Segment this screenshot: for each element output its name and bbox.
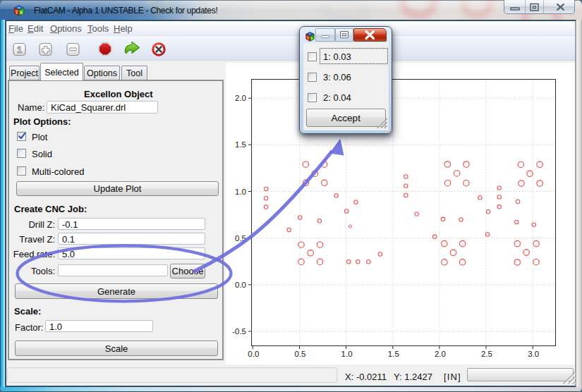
svg-text:1.0: 1.0 (341, 350, 353, 358)
svg-text:-0.5: -0.5 (232, 327, 246, 336)
svg-text:3.0: 3.0 (528, 350, 539, 358)
svg-text:1: 1 (17, 44, 22, 55)
svg-text:T: T (307, 36, 310, 40)
svg-text:2.5: 2.5 (481, 350, 492, 358)
svg-text:T: T (16, 10, 19, 15)
svg-text:1.0: 1.0 (235, 188, 246, 196)
svg-text:k: k (20, 10, 23, 15)
svg-text:0.0: 0.0 (235, 281, 246, 289)
svg-text:1.5: 1.5 (388, 350, 399, 358)
svg-text:1.5: 1.5 (235, 140, 246, 149)
svg-text:0.5: 0.5 (235, 234, 246, 243)
svg-text:2.0: 2.0 (435, 350, 446, 358)
svg-text:0.0: 0.0 (248, 350, 259, 358)
svg-text:0.5: 0.5 (295, 350, 306, 358)
svg-text:2.0: 2.0 (235, 94, 246, 102)
